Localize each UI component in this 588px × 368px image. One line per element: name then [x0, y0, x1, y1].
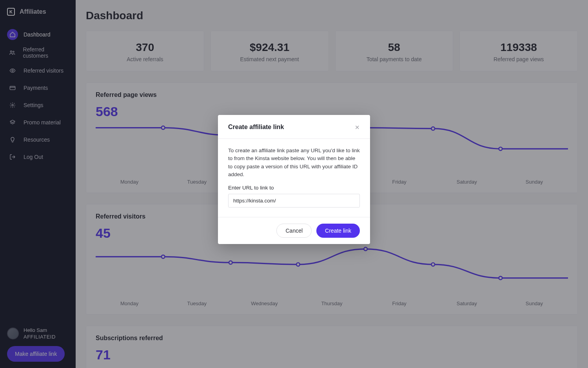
- url-input-label: Enter URL to link to: [228, 185, 360, 191]
- modal-description: To create an affiliate link paste any UR…: [228, 147, 360, 179]
- create-affiliate-link-modal: Create affiliate link ✕ To create an aff…: [218, 115, 370, 244]
- cancel-button[interactable]: Cancel: [276, 224, 312, 238]
- modal-header: Create affiliate link ✕: [218, 115, 370, 139]
- modal-title: Create affiliate link: [228, 124, 284, 131]
- close-icon[interactable]: ✕: [355, 124, 360, 130]
- create-link-button[interactable]: Create link: [316, 224, 360, 238]
- modal-footer: Cancel Create link: [218, 217, 370, 244]
- url-input[interactable]: [228, 194, 360, 208]
- modal-body: To create an affiliate link paste any UR…: [218, 139, 370, 217]
